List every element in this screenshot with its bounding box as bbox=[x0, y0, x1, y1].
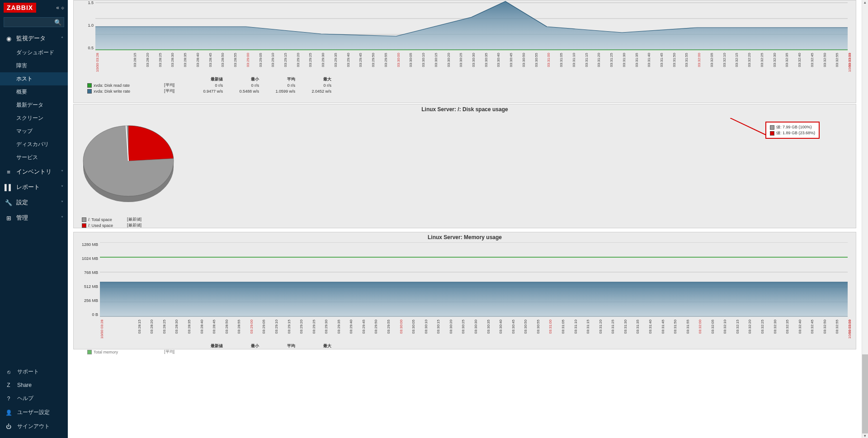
signout-link[interactable]: ⏻サインアウト bbox=[0, 419, 68, 433]
collapse-icon[interactable]: « bbox=[56, 5, 59, 11]
sidebar-item-services[interactable]: サービス bbox=[0, 151, 68, 164]
share-link[interactable]: ZShare bbox=[0, 379, 68, 391]
nav-sec-label: 管理 bbox=[16, 214, 28, 222]
pie-body: 値: 7.99 GB (100%) 値: 1.89 GB (23.68%) bbox=[74, 113, 856, 217]
bar-chart-icon: ▌▌ bbox=[5, 184, 13, 191]
memory-svg bbox=[100, 242, 848, 317]
area-svg bbox=[95, 0, 848, 50]
chevron-down-icon: ˅ bbox=[61, 185, 63, 190]
nav-sec-label: インベントリ bbox=[16, 168, 52, 176]
user-icon: 👤 bbox=[5, 410, 13, 416]
sidebar-item-dashboard[interactable]: ダッシュボード bbox=[0, 46, 68, 59]
disk-rate-chart: 1.5 1.0 0.5 bbox=[95, 0, 848, 50]
eye-icon: ◉ bbox=[5, 35, 13, 42]
panel-memory: Linux Server: Memory usage 1280 MB 1024 … bbox=[73, 232, 856, 349]
sidebar-item-latest[interactable]: 最新データ bbox=[0, 99, 68, 112]
y-axis-labels-mem: 1280 MB 1024 MB 768 MB 512 MB 256 MB 0 B bbox=[81, 242, 98, 317]
sidebar-bottom: ⎋サポート ZShare ?ヘルプ 👤ユーザー設定 ⏻サインアウト bbox=[0, 365, 68, 438]
support-link[interactable]: ⎋サポート bbox=[0, 365, 68, 379]
panel-disk-space: Linux Server: /: Disk space usage bbox=[73, 104, 856, 228]
chevron-up-icon: ˄ bbox=[61, 36, 63, 41]
wrench-icon: 🔧 bbox=[5, 199, 13, 206]
gear-icon: ⊞ bbox=[5, 215, 13, 221]
legend-row-read: xvda: Disk read rate [平均] 0 r/s 0 r/s 0 … bbox=[87, 82, 848, 88]
nav-sec-config[interactable]: 🔧 設定 ˅ bbox=[0, 195, 68, 210]
legend-row-write: xvda: Disk write rate [平均] 0.9477 w/s 0.… bbox=[87, 88, 848, 94]
chevron-down-icon: ˅ bbox=[61, 170, 63, 174]
user-settings-link[interactable]: 👤ユーザー設定 bbox=[0, 405, 68, 419]
expand-icon[interactable]: ⟐ bbox=[61, 5, 64, 11]
scroll-down-icon[interactable]: ▾ bbox=[862, 433, 868, 438]
x-axis-labels-1: 10/30 03:2803:28:1503:28:2003:28:2503:28… bbox=[95, 52, 848, 75]
nav-sub-monitoring: ダッシュボード 障害 ホスト 概要 最新データ スクリーン マップ ディスカバリ… bbox=[0, 46, 68, 164]
nav: ◉ 監視データ ˄ ダッシュボード 障害 ホスト 概要 最新データ スクリーン … bbox=[0, 31, 68, 365]
sidebar-item-overview[interactable]: 概要 bbox=[0, 85, 68, 99]
main: 1.5 1.0 0.5 bbox=[68, 0, 862, 438]
chart-title-pie: Linux Server: /: Disk space usage bbox=[74, 104, 856, 113]
support-icon: ⎋ bbox=[5, 369, 13, 375]
share-icon: Z bbox=[5, 382, 13, 388]
nav-sec-monitoring[interactable]: ◉ 監視データ ˄ bbox=[0, 31, 68, 46]
chevron-down-icon: ˅ bbox=[61, 216, 63, 221]
nav-sec-label: 設定 bbox=[16, 198, 28, 207]
list-icon: ≡ bbox=[5, 169, 13, 175]
help-icon: ? bbox=[5, 396, 13, 402]
pie-chart bbox=[81, 119, 180, 210]
memory-chart: 1280 MB 1024 MB 768 MB 512 MB 256 MB 0 B bbox=[100, 242, 848, 317]
legend-disk-rate: 最新値 最小 平均 最大 xvda: Disk read rate [平均] 0… bbox=[82, 76, 848, 94]
power-icon: ⏻ bbox=[5, 424, 13, 430]
scrollbar[interactable]: ▴ ▾ bbox=[862, 0, 868, 438]
chevron-down-icon: ˅ bbox=[61, 200, 63, 205]
sidebar-header: ZABBIX « ⟐ bbox=[0, 0, 68, 15]
scroll-thumb[interactable] bbox=[862, 354, 868, 433]
y-axis-labels: 1.5 1.0 0.5 bbox=[81, 0, 94, 50]
logo[interactable]: ZABBIX bbox=[4, 3, 36, 13]
pie-legend: /: Total space[最新値] /: Used space[最新値] bbox=[76, 217, 848, 228]
legend-memory: 最新値 最小 平均 最大 Total memory [平均] bbox=[82, 343, 848, 355]
pie-svg bbox=[81, 119, 180, 210]
x-axis-labels-2: 10/30 03:2803:28:1503:28:2003:28:2503:28… bbox=[100, 319, 848, 341]
sidebar-item-problems[interactable]: 障害 bbox=[0, 59, 68, 72]
sidebar-item-maps[interactable]: マップ bbox=[0, 125, 68, 138]
nav-sec-reports[interactable]: ▌▌ レポート ˅ bbox=[0, 179, 68, 195]
help-link[interactable]: ?ヘルプ bbox=[0, 391, 68, 405]
scroll-up-icon[interactable]: ▴ bbox=[862, 0, 868, 5]
search-icon[interactable]: 🔍 bbox=[54, 19, 61, 26]
svg-rect-17 bbox=[100, 282, 848, 317]
nav-sec-admin[interactable]: ⊞ 管理 ˅ bbox=[0, 210, 68, 226]
panel-disk-rate: 1.5 1.0 0.5 bbox=[73, 0, 856, 103]
sidebar-item-discovery[interactable]: ディスカバリ bbox=[0, 138, 68, 151]
sidebar: ZABBIX « ⟐ 🔍 ◉ 監視データ ˄ ダッシュボード 障害 ホスト 概要… bbox=[0, 0, 68, 438]
nav-sec-inventory[interactable]: ≡ インベントリ ˅ bbox=[0, 164, 68, 179]
sidebar-item-hosts[interactable]: ホスト bbox=[0, 72, 68, 85]
nav-sec-label: 監視データ bbox=[16, 34, 46, 42]
sidebar-item-screens[interactable]: スクリーン bbox=[0, 112, 68, 125]
nav-sec-label: レポート bbox=[16, 183, 40, 191]
chart-title-memory: Linux Server: Memory usage bbox=[74, 232, 856, 240]
search-row: 🔍 bbox=[0, 15, 68, 31]
pie-value-box: 値: 7.99 GB (100%) 値: 1.89 GB (23.68%) bbox=[765, 122, 820, 139]
legend-row-total-mem: Total memory [平均] bbox=[87, 349, 848, 355]
collapse-icons[interactable]: « ⟐ bbox=[56, 5, 64, 11]
